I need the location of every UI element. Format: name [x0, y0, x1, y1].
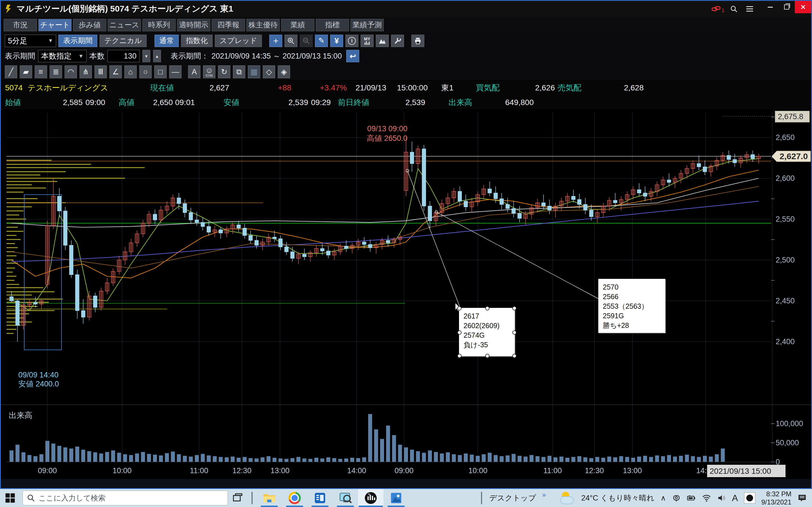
selection-handle[interactable] [485, 306, 490, 311]
channel-tool[interactable]: ▰ [20, 65, 32, 78]
trading-app-icon[interactable]: R [358, 489, 384, 507]
callout-box-trade1[interactable]: 2617 2602(2609) 2574G 負け-35 [459, 308, 515, 356]
ime-language-indicator[interactable]: A [732, 493, 738, 503]
fan-lines-tool[interactable]: ⋔ [80, 65, 92, 78]
info-button[interactable]: i [345, 35, 358, 47]
restore-button[interactable] [778, 1, 795, 13]
tab-news[interactable]: ニュース [108, 19, 141, 31]
clear-style-tool[interactable]: ◈ [278, 65, 290, 78]
draw-pencil-button[interactable]: ✎ [315, 35, 328, 47]
zoom-in-button[interactable] [285, 35, 297, 47]
tab-shikiho[interactable]: 四季報 [212, 19, 245, 31]
text-tool[interactable]: A [188, 65, 200, 78]
fib-arc-tool[interactable]: ◠ [64, 65, 77, 78]
minimize-button[interactable] [762, 1, 778, 13]
search-icon[interactable] [726, 1, 742, 17]
selection-handle[interactable] [457, 354, 462, 358]
tab-chart[interactable]: チャート [38, 19, 71, 31]
tab-timeseries[interactable]: 時系列 [142, 19, 175, 31]
wifi-icon[interactable] [702, 494, 711, 502]
parallel-lines-tool[interactable]: ≡ [35, 65, 47, 78]
link-badge: 1 [721, 8, 724, 13]
yen-icon: ¥ [335, 36, 339, 45]
hidden-icons-chevron[interactable]: ∧ [661, 494, 666, 503]
icon-stamp-tool[interactable]: ☺ICON [203, 65, 215, 78]
selection-handle[interactable] [457, 330, 462, 335]
print-button[interactable] [411, 35, 424, 47]
notification-center-icon[interactable] [797, 493, 807, 503]
copy-tool[interactable]: ⧉ [233, 65, 245, 78]
file-explorer-icon[interactable] [257, 489, 282, 507]
taskbar-clock[interactable]: 8:32 PM 9/13/2021 [761, 490, 792, 506]
vertical-lines-tool[interactable]: Ⅲ [94, 65, 107, 78]
rectangle-tool[interactable]: □ [154, 65, 167, 78]
ellipse-tool[interactable]: ○ [139, 65, 152, 78]
toolbar-overflow-chevron[interactable]: » [542, 491, 546, 499]
spread-mode-button[interactable]: スプレッド [215, 35, 262, 47]
price-volume-chart[interactable]: 2,6502,6002,5502,5002,4502,400100,00050,… [1, 109, 811, 479]
eraser-tool[interactable]: ◇ [263, 65, 275, 78]
chrome-icon[interactable] [282, 489, 307, 507]
yen-scale-button[interactable]: ¥ [330, 35, 343, 47]
count-down-button[interactable]: ▼ [142, 50, 150, 62]
selection-handle[interactable] [512, 354, 516, 358]
volume-profile-bar [6, 215, 19, 216]
candle-body [512, 209, 515, 213]
weather-icon[interactable] [560, 492, 575, 504]
weather-text[interactable]: 24°C くもり時々晴れ [581, 493, 654, 503]
zoom-out-button[interactable] [300, 35, 313, 47]
technical-button[interactable]: テクニカル [100, 35, 147, 47]
tab-results[interactable]: 業績 [281, 19, 314, 31]
selection-handle[interactable] [485, 354, 490, 358]
ime-mode-icon[interactable] [744, 492, 755, 504]
clear-style-tool-icon: ◈ [281, 68, 287, 76]
reload-range-button[interactable]: ↩ [346, 50, 359, 62]
settings-button[interactable] [391, 35, 404, 47]
volume-bar [619, 456, 623, 462]
tab-tick[interactable]: 歩み値 [73, 19, 106, 31]
photos-app-icon[interactable] [384, 489, 409, 507]
menu-icon[interactable] [742, 1, 758, 17]
volume-icon[interactable] [717, 494, 726, 502]
tab-indicators[interactable]: 指標 [316, 19, 349, 31]
tab-forecast[interactable]: 業績予測 [350, 19, 384, 31]
tab-market[interactable]: 市況 [4, 19, 37, 31]
normal-mode-button[interactable]: 通常 [154, 35, 179, 47]
crosshair-button[interactable]: ＋ [269, 35, 282, 47]
camera-tray-icon[interactable] [672, 494, 680, 502]
period-mode-select[interactable]: 本数指定▼ [38, 50, 87, 62]
chart-area[interactable]: 2,6502,6002,5502,5002,4502,400100,00050,… [1, 109, 811, 479]
tab-disclosure[interactable]: 適時開示 [177, 19, 210, 31]
indexed-mode-button[interactable]: 指数化 [181, 35, 213, 47]
pentagon-tool[interactable]: ⌂ [124, 65, 137, 78]
bar-count-input[interactable]: 130 [107, 50, 140, 62]
blue-document-app-icon[interactable] [307, 489, 333, 507]
display-period-button[interactable]: 表示期間 [58, 35, 97, 47]
count-up-button[interactable]: ▲ [153, 50, 161, 62]
horizontal-line-tool[interactable]: — [169, 65, 182, 78]
taskbar-search-input[interactable]: ここに入力して検索 [22, 491, 228, 505]
task-view-button[interactable] [228, 489, 248, 507]
angle-tool[interactable]: ∠ [109, 65, 122, 78]
candle-body [703, 167, 707, 172]
start-button[interactable] [0, 489, 20, 507]
selection-handle[interactable] [457, 306, 462, 311]
my-chart-button[interactable]: MY [361, 35, 373, 47]
screen-magnifier-app-icon[interactable] [333, 489, 358, 507]
multi-lines-tool[interactable]: ≣ [50, 65, 62, 78]
callout-box-trade2[interactable]: 2570 2566 2553（2563） 2591G 勝ち+28 [598, 279, 665, 333]
trend-line-tool[interactable]: ╱ [5, 65, 17, 78]
desktop-toolbar-label[interactable]: デスクトップ [489, 493, 536, 503]
link-icon[interactable]: 1 [710, 1, 726, 17]
selection-handle[interactable] [512, 330, 516, 335]
time-cycle-tool[interactable]: ↻ [218, 65, 231, 78]
close-button[interactable] [795, 1, 811, 13]
selection-handle[interactable] [512, 306, 516, 311]
candle-body [345, 246, 348, 249]
candle-body [440, 204, 444, 213]
battery-icon[interactable] [687, 494, 696, 502]
tab-benefit[interactable]: 株主優待 [246, 19, 280, 31]
pan-hand-tool[interactable]: ▦ [248, 65, 260, 78]
mountain-chart-button[interactable] [376, 35, 389, 47]
interval-select[interactable]: 5分足▼ [5, 35, 56, 47]
